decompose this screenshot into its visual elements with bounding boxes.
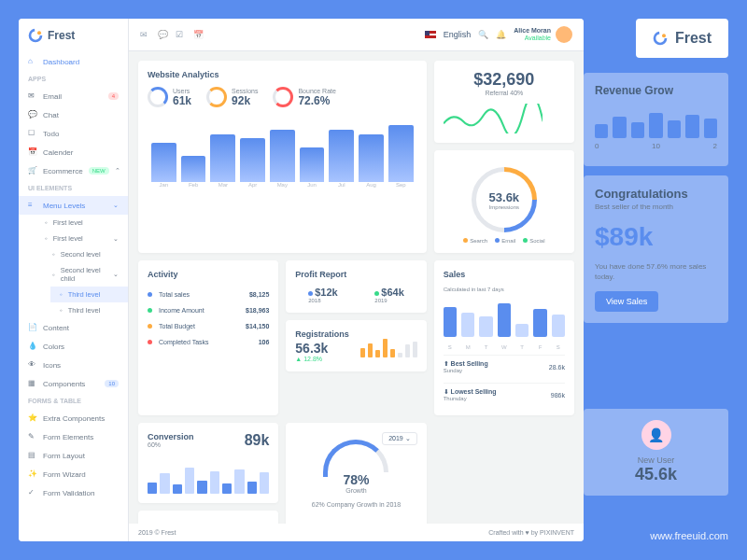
sales-chart: [444, 300, 565, 337]
watermark: www.freeuid.com: [650, 530, 728, 541]
side-card-congrats: Congratulations Best seller of the month…: [584, 175, 728, 323]
nav-form-elements[interactable]: ✎Form Elements: [19, 427, 128, 446]
chevron-up-icon: ⌃: [115, 167, 120, 175]
growth-gauge: [323, 440, 388, 472]
footer: 2019 © FrestCrafted with ♥ by PIXINVENT: [129, 524, 584, 541]
topbar: ✉ 💬 ☑ 📅 English 🔍 🔔 Alice MoranAvailable: [129, 19, 584, 51]
nav-section-ui: UI ELEMENTS: [19, 180, 128, 196]
nav-email[interactable]: ✉Email4: [19, 87, 128, 105]
nav-extra[interactable]: ⭐Extra Components: [19, 409, 128, 427]
nav-icons[interactable]: 👁Icons: [19, 356, 128, 374]
nav-components[interactable]: ▦Components10: [19, 374, 128, 393]
year-selector[interactable]: 2019 ⌄: [382, 432, 417, 445]
nav-first-level-1[interactable]: ◦ First level: [35, 215, 128, 231]
card-referral: $32,690 Referral 40%: [434, 61, 574, 143]
revenue-chart: [595, 103, 717, 138]
email-badge: 4: [108, 92, 119, 100]
language-selector[interactable]: English: [444, 30, 472, 39]
nav-todo[interactable]: ☐Todo: [19, 124, 128, 143]
card-growth: 2019 ⌄ 78% Growth 62% Company Growth in …: [286, 423, 426, 524]
card-mini-stats: 👤2,38,566Total Conversion $$53,659Total …: [138, 511, 278, 524]
magic-icon: ✨: [28, 469, 37, 479]
chart-x-axis: JanFebMarAprMayJunJulAugSep: [148, 182, 417, 188]
edit-icon: ✎: [28, 432, 37, 441]
referral-sparkline: [444, 104, 543, 133]
stat-users: Users61k: [148, 87, 191, 107]
layers-icon: ≡: [28, 201, 37, 210]
bell-icon[interactable]: 🔔: [496, 30, 506, 40]
star-icon: ⭐: [28, 413, 37, 423]
nav-chat[interactable]: 💬Chat: [19, 105, 128, 124]
cart-icon: 🛒: [28, 166, 37, 175]
card-conversion: Conversion60%89k: [138, 423, 278, 503]
layout-icon: ▤: [28, 451, 37, 460]
nav-second-child[interactable]: ◦ Second level child⌄: [43, 262, 128, 287]
eye-icon: 👁: [28, 360, 37, 370]
mail-icon[interactable]: ✉: [140, 30, 150, 40]
card-sales: Sales Calculated in last 7 days SMTWTFS …: [434, 260, 574, 415]
stat-sessions: Sessions92k: [206, 87, 258, 107]
stat-bounce: Bounce Rate72.6%: [273, 87, 335, 107]
card-analytics: Website Analytics Users61k Sessions92k B…: [138, 61, 427, 253]
search-icon[interactable]: 🔍: [478, 30, 488, 40]
card-profit: Profit Report $12k2018 $64k2019: [286, 260, 426, 313]
brand-logo: Frest: [19, 19, 128, 52]
nav-section-apps: APPS: [19, 71, 128, 87]
user-menu[interactable]: Alice MoranAvailable: [514, 26, 572, 43]
new-badge: NEW: [89, 167, 109, 175]
nav-third-level-2[interactable]: ◦ Third level: [50, 302, 128, 318]
chat-icon: 💬: [28, 110, 37, 119]
droplet-icon: 💧: [28, 342, 37, 351]
donut-icon: [148, 87, 168, 107]
chat-icon[interactable]: 💬: [158, 30, 168, 40]
registrations-chart: [360, 335, 417, 357]
check-circle-icon: ✓: [28, 488, 37, 497]
calendar-icon: 📅: [28, 147, 37, 157]
card-title: Website Analytics: [148, 70, 417, 79]
brand-icon: [28, 28, 43, 43]
nav-dashboard[interactable]: ⌂Dashboard: [19, 52, 128, 71]
nav-ecommerce[interactable]: 🛒EcommerceNEW⌃: [19, 161, 128, 180]
file-icon: 📄: [28, 323, 37, 332]
home-icon: ⌂: [28, 57, 37, 66]
nav-content[interactable]: 📄Content: [19, 318, 128, 337]
nav-form-wizard[interactable]: ✨Form Wizard: [19, 465, 128, 483]
nav-calendar[interactable]: 📅Calender: [19, 143, 128, 161]
nav-section-forms: FORMS & TABLE: [19, 393, 128, 409]
nav-first-level-2[interactable]: ◦ First level⌄: [35, 231, 128, 246]
nav-colors[interactable]: 💧Colors: [19, 337, 128, 356]
nav-form-layout[interactable]: ▤Form Layout: [19, 446, 128, 465]
nav-form-validation[interactable]: ✓Form Validation: [19, 483, 128, 502]
chevron-down-icon: ⌄: [113, 271, 119, 278]
chevron-down-icon: ⌄: [113, 202, 119, 209]
flag-icon: [425, 31, 436, 38]
view-sales-button[interactable]: View Sales: [595, 291, 658, 312]
side-brand: Frest: [636, 19, 728, 58]
svg-point-1: [37, 31, 41, 35]
avatar: [556, 26, 572, 43]
donut-icon: [273, 87, 293, 107]
side-card-revenue: Revenue Grow 0102: [584, 73, 728, 166]
brand-icon: [653, 31, 668, 46]
impressions-donut: 53.6kImpressions: [458, 154, 550, 246]
card-activity: Activity Total sales$8,125 Income Amount…: [138, 260, 278, 415]
components-badge: 10: [105, 380, 119, 387]
user-icon: 👤: [641, 420, 671, 450]
donut-icon: [206, 87, 227, 107]
conversion-chart: [148, 456, 269, 494]
chevron-down-icon: ⌄: [113, 235, 119, 243]
check-icon[interactable]: ☑: [176, 30, 186, 40]
svg-point-3: [662, 34, 666, 37]
nav-third-level-1[interactable]: ◦ Third level: [50, 287, 128, 302]
mail-icon: ✉: [28, 91, 37, 101]
card-registrations: Registrations56.3k▲ 12.8%: [286, 320, 426, 371]
analytics-chart: [148, 117, 417, 182]
side-card-new-user: 👤 New User 45.6k: [584, 409, 728, 496]
nav-second-level[interactable]: ◦ Second level: [43, 246, 128, 262]
calendar-icon[interactable]: 📅: [193, 30, 204, 40]
check-icon: ☐: [28, 129, 37, 138]
nav-menu-levels[interactable]: ≡Menu Levels⌄: [19, 196, 128, 215]
card-impressions: 53.6kImpressions SearchEmailSocial: [434, 150, 574, 253]
box-icon: ▦: [28, 379, 37, 388]
